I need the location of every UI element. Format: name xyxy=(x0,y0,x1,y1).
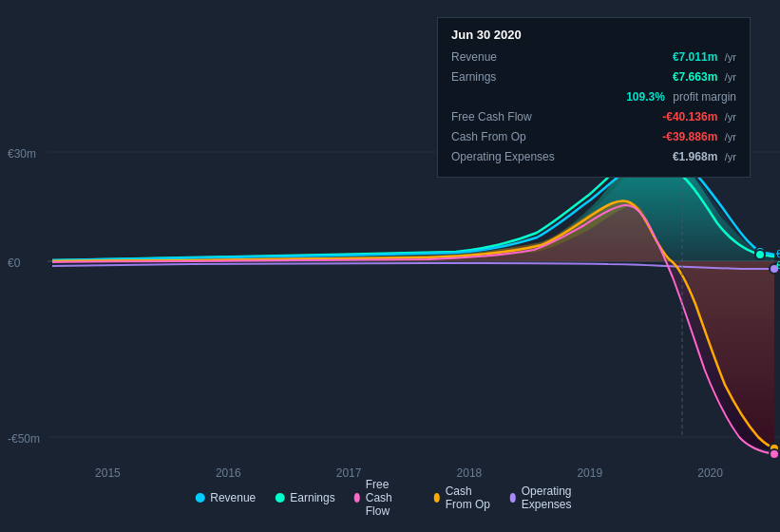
tooltip-cashfromop-value: -€39.886m xyxy=(662,130,717,143)
legend-item-cashfromop[interactable]: Cash From Op xyxy=(434,484,491,511)
legend-dot-earnings xyxy=(275,493,284,503)
legend-item-revenue[interactable]: Revenue xyxy=(195,491,256,504)
tooltip-freecash-value: -€40.136m xyxy=(662,110,717,124)
tooltip-opex-value: €1.968m xyxy=(673,150,717,163)
x-label-2015: 2015 xyxy=(95,466,121,480)
tooltip-profit-margin-value: 109.3% xyxy=(626,90,665,104)
y-axis-label-0: €0 xyxy=(8,256,20,270)
y-axis-label-30m: €30m xyxy=(8,147,36,161)
chart-container: € € €30m €0 -€50m 2015 2016 2017 2018 20… xyxy=(0,0,780,532)
tooltip-box: Jun 30 2020 Revenue €7.011m /yr Earnings… xyxy=(437,17,751,178)
chart-legend: Revenue Earnings Free Cash Flow Cash Fro… xyxy=(195,478,585,518)
svg-text:€: € xyxy=(776,249,780,259)
svg-text:€: € xyxy=(776,260,780,271)
tooltip-freecash-label: Free Cash Flow xyxy=(451,110,565,124)
tooltip-revenue-row: Revenue €7.011m /yr xyxy=(451,48,736,65)
tooltip-profit-margin-row: 109.3% profit margin xyxy=(451,87,736,104)
x-label-2020: 2020 xyxy=(697,466,723,480)
legend-item-earnings[interactable]: Earnings xyxy=(275,491,334,504)
legend-item-opex[interactable]: Operating Expenses xyxy=(510,484,585,511)
legend-label-cashfromop: Cash From Op xyxy=(446,484,491,511)
tooltip-freecash-unit: /yr xyxy=(725,111,736,123)
legend-label-opex: Operating Expenses xyxy=(522,484,585,511)
legend-label-freecash: Free Cash Flow xyxy=(366,478,415,518)
tooltip-cashfromop-unit: /yr xyxy=(725,131,736,142)
tooltip-earnings-label: Earnings xyxy=(451,70,565,84)
legend-item-freecash[interactable]: Free Cash Flow xyxy=(354,478,415,518)
tooltip-revenue-unit: /yr xyxy=(725,51,736,63)
tooltip-cashfromop-label: Cash From Op xyxy=(451,130,565,143)
tooltip-earnings-unit: /yr xyxy=(725,71,736,83)
tooltip-date: Jun 30 2020 xyxy=(451,28,736,42)
tooltip-opex-label: Operating Expenses xyxy=(451,150,565,163)
tooltip-revenue-label: Revenue xyxy=(451,50,565,64)
legend-dot-opex xyxy=(510,493,516,503)
tooltip-earnings-value: €7.663m xyxy=(673,70,717,84)
svg-point-7 xyxy=(755,250,765,259)
svg-point-10 xyxy=(770,449,779,459)
tooltip-cashfromop-row: Cash From Op -€39.886m /yr xyxy=(451,127,736,144)
legend-dot-cashfromop xyxy=(434,493,440,503)
tooltip-earnings-row: Earnings €7.663m /yr xyxy=(451,67,736,85)
tooltip-revenue-value: €7.011m xyxy=(673,50,717,64)
tooltip-profit-margin-label: profit margin xyxy=(673,90,736,104)
legend-dot-revenue xyxy=(195,493,204,503)
y-axis-label-50m: -€50m xyxy=(8,432,40,446)
legend-label-revenue: Revenue xyxy=(210,491,256,504)
tooltip-opex-unit: /yr xyxy=(725,151,736,162)
tooltip-freecash-row: Free Cash Flow -€40.136m /yr xyxy=(451,107,736,124)
legend-label-earnings: Earnings xyxy=(290,491,334,504)
legend-dot-freecash xyxy=(354,493,360,503)
tooltip-opex-row: Operating Expenses €1.968m /yr xyxy=(451,147,736,164)
